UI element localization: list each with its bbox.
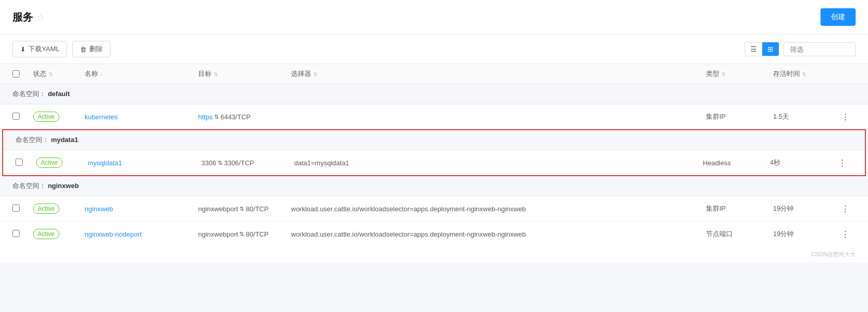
namespace-name-default: default <box>48 90 70 98</box>
row-status: Active <box>33 229 85 239</box>
row-more-button[interactable]: ⋮ <box>835 229 856 239</box>
watermark: CSDN@慧闲大大 <box>0 246 868 262</box>
view-toggle: ☰ ⊞ <box>745 42 779 56</box>
row-name: nginxweb-nodeport <box>85 230 198 238</box>
row-name: kubernetes <box>85 113 198 121</box>
row-target: nginxwebport ⇅ 80/TCP <box>198 205 291 213</box>
row-target: 3306 ⇅ 3306/TCP <box>201 159 294 167</box>
row-name: nginxweb <box>85 205 198 213</box>
page-header: 服务 ☆ 创建 <box>0 0 868 35</box>
page-title: 服务 <box>12 10 33 24</box>
row-checkbox[interactable] <box>12 113 20 120</box>
name-sort-icon[interactable]: ↓ <box>100 71 103 77</box>
status-badge: Active <box>33 112 59 122</box>
target-port: 80/TCP <box>246 230 268 238</box>
target-port: 6443/TCP <box>220 113 251 121</box>
download-yaml-button[interactable]: ⬇ 下载YAML <box>12 41 67 57</box>
row-status: Active <box>33 204 85 214</box>
namespace-group-nginxweb: 命名空间： nginxweb Active nginxweb nginxwebp… <box>0 176 868 246</box>
target-sort-icon[interactable]: ⇅ <box>214 71 218 77</box>
header-actions <box>835 69 856 79</box>
row-checkbox[interactable] <box>15 159 23 166</box>
service-link[interactable]: kubernetes <box>85 113 118 121</box>
row-target: nginxwebport ⇅ 80/TCP <box>198 230 291 238</box>
status-badge: Active <box>33 204 59 214</box>
row-checkbox-cell <box>15 159 36 167</box>
status-badge: Active <box>33 229 59 239</box>
namespace-header-mydata1: 命名空间： mydata1 <box>3 130 865 150</box>
table-row: Active nginxweb-nodeport nginxwebport ⇅ … <box>0 222 868 246</box>
row-checkbox[interactable] <box>12 205 20 212</box>
row-selector: workload.user.cattle.io/workloadselector… <box>291 230 706 238</box>
namespace-group-default: 命名空间： default Active kubernetes https ⇅ … <box>0 84 868 129</box>
type-sort-icon[interactable]: ⇅ <box>721 71 726 77</box>
selector-value: data1=mysqldata1 <box>294 159 349 167</box>
row-checkbox-cell <box>12 205 33 213</box>
service-link[interactable]: nginxweb <box>85 205 113 213</box>
namespace-header-default: 命名空间： default <box>0 84 868 104</box>
create-button[interactable]: 创建 <box>821 8 856 26</box>
namespace-label-nginxweb: 命名空间： <box>12 182 46 190</box>
status-sort-icon[interactable]: ⇅ <box>49 71 53 77</box>
row-more-button[interactable]: ⋮ <box>832 158 853 168</box>
list-view-button[interactable]: ☰ <box>745 42 762 56</box>
selector-value: workload.user.cattle.io/workloadselector… <box>291 230 526 238</box>
target-port: 3306/TCP <box>224 159 254 167</box>
service-link[interactable]: nginxweb-nodeport <box>85 230 142 238</box>
status-header-label: 状态 <box>33 69 46 79</box>
toolbar-left: ⬇ 下载YAML 🗑 删除 <box>12 41 110 57</box>
target-prefix: nginxwebport <box>198 205 238 213</box>
delete-label: 删除 <box>89 44 103 54</box>
target-prefix[interactable]: https <box>198 113 213 121</box>
grid-view-button[interactable]: ⊞ <box>762 42 779 56</box>
namespace-group-mydata1: 命名空间： mydata1 Active mysqldata1 3306 ⇅ 3… <box>2 129 866 176</box>
select-all-checkbox[interactable] <box>12 70 20 77</box>
age-sort-icon[interactable]: ⇅ <box>802 71 806 77</box>
delete-button[interactable]: 🗑 删除 <box>72 41 110 57</box>
row-selector: data1=mysqldata1 <box>294 159 703 167</box>
name-header-label: 名称 <box>85 69 98 79</box>
row-checkbox-cell <box>12 230 33 239</box>
download-icon: ⬇ <box>20 45 26 53</box>
page: 服务 ☆ 创建 ⬇ 下载YAML 🗑 删除 ☰ ⊞ <box>0 0 868 312</box>
row-more-button[interactable]: ⋮ <box>835 112 856 122</box>
row-more-button[interactable]: ⋮ <box>835 204 856 214</box>
namespace-name-nginxweb: nginxweb <box>48 182 79 190</box>
download-yaml-label: 下载YAML <box>28 44 59 54</box>
service-link[interactable]: mysqldata1 <box>88 159 122 167</box>
favorite-icon[interactable]: ☆ <box>37 12 44 22</box>
row-age: 4秒 <box>770 158 832 167</box>
row-checkbox[interactable] <box>12 230 20 237</box>
selector-header-label: 选择器 <box>291 69 311 79</box>
table-header: 状态 ⇅ 名称 ↓ 目标 ⇅ 选择器 ⇅ 类型 ⇅ 存活时间 ⇅ <box>0 64 868 84</box>
age-header-label: 存活时间 <box>773 69 800 79</box>
status-badge: Active <box>36 158 62 168</box>
toolbar: ⬇ 下载YAML 🗑 删除 ☰ ⊞ <box>0 35 868 64</box>
target-prefix: nginxwebport <box>198 230 238 238</box>
list-icon: ☰ <box>750 45 757 53</box>
table-row: Active nginxweb nginxwebport ⇅ 80/TCP wo… <box>0 196 868 222</box>
port-arrow-icon: ⇅ <box>214 114 219 120</box>
row-type: 集群IP <box>706 112 773 121</box>
row-age: 19分钟 <box>773 229 835 239</box>
port-arrow-icon: ⇅ <box>239 231 244 238</box>
table-row: Active kubernetes https ⇅ 6443/TCP 集群IP … <box>0 104 868 129</box>
selector-sort-icon[interactable]: ⇅ <box>313 71 317 77</box>
filter-input[interactable] <box>783 42 856 56</box>
row-age: 1.5天 <box>773 112 835 121</box>
row-age: 19分钟 <box>773 204 835 213</box>
selector-value: workload.user.cattle.io/workloadselector… <box>291 205 526 213</box>
table-row: Active mysqldata1 3306 ⇅ 3306/TCP data1=… <box>3 150 865 175</box>
row-selector: workload.user.cattle.io/workloadselector… <box>291 205 706 213</box>
header-age: 存活时间 ⇅ <box>773 69 835 79</box>
target-header-label: 目标 <box>198 69 212 79</box>
delete-icon: 🗑 <box>80 45 87 53</box>
row-status: Active <box>33 112 85 122</box>
port-arrow-icon: ⇅ <box>239 206 244 212</box>
namespace-label-default: 命名空间： <box>12 90 46 98</box>
title-area: 服务 ☆ <box>12 10 44 24</box>
row-type: 集群IP <box>706 204 773 213</box>
row-type: Headless <box>703 159 770 167</box>
target-from: 3306 <box>201 159 216 167</box>
type-header-label: 类型 <box>706 69 719 79</box>
